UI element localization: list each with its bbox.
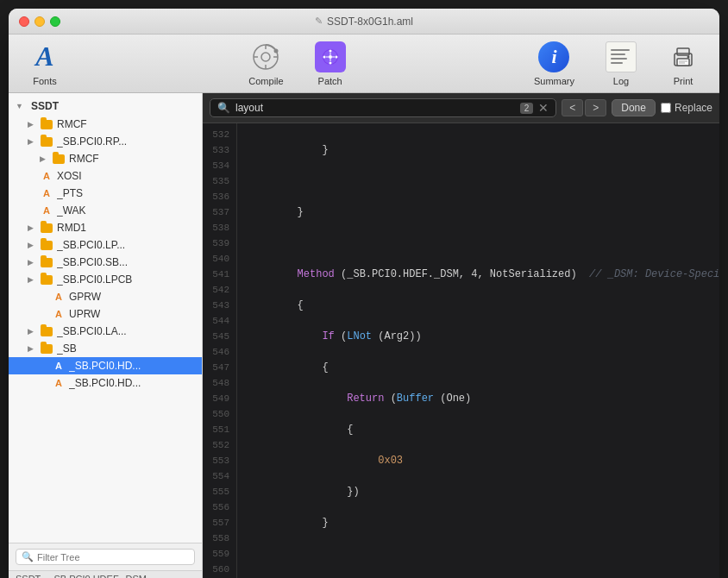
fonts-label: Fonts [33, 76, 57, 86]
folder-icon [40, 342, 53, 355]
filter-input-wrap[interactable]: 🔍 [16, 549, 195, 565]
sidebar-item-sb-lp[interactable]: ▶ _SB.PCI0.LP... [9, 236, 202, 254]
code-line: 0x03 [248, 453, 719, 468]
sidebar-item-xosi[interactable]: ▶ A XOSI [9, 167, 202, 185]
title-text: SSDT-8x0G1h.aml [327, 16, 413, 28]
toolbar: A Fonts Compile [9, 35, 719, 93]
filter-input[interactable] [37, 552, 189, 562]
sidebar-item-pts[interactable]: ▶ A _PTS [9, 185, 202, 202]
svg-point-7 [329, 61, 331, 64]
log-icon [606, 41, 637, 72]
code-line: { [248, 422, 719, 437]
compile-button[interactable]: Compile [242, 38, 290, 90]
sidebar-item-rmcf2[interactable]: ▶ RMCF [9, 150, 202, 167]
file-icon: ✎ [315, 16, 323, 27]
search-input-wrap[interactable]: 🔍 2 ✕ [210, 98, 556, 117]
search-bar: 🔍 2 ✕ < > Done Replace [203, 93, 719, 123]
code-line: Return (Buffer (One) [248, 391, 719, 406]
svg-point-1 [274, 48, 279, 53]
svg-point-9 [335, 55, 337, 58]
code-line [248, 236, 719, 251]
arrow-icon: ▶ [28, 241, 40, 249]
arrow-icon: ▶ [28, 223, 40, 232]
svg-point-2 [261, 53, 270, 61]
code-line: } [248, 142, 719, 158]
code-line: Method (_SB.PCI0.HDEF._DSM, 4, NotSerial… [248, 267, 719, 282]
arrow-icon: ▶ [28, 206, 40, 215]
replace-checkbox[interactable] [661, 103, 671, 113]
sidebar-root[interactable]: ▼ SSDT [9, 97, 202, 116]
arrow-icon: ▶ [40, 310, 52, 318]
code-editor[interactable]: 532 533 534 535 536 537 538 539 540 541 … [203, 123, 719, 578]
sidebar-item-wak[interactable]: ▶ A _WAK [9, 202, 202, 219]
replace-wrap: Replace [661, 102, 712, 114]
folder-icon [40, 117, 53, 131]
search-next-button[interactable]: > [585, 99, 606, 116]
code-line [248, 546, 719, 562]
sidebar-item-rmcf1[interactable]: ▶ RMCF [9, 116, 202, 133]
sidebar-item-sb-la[interactable]: ▶ _SB.PCI0.LA... [9, 323, 202, 340]
sidebar-item-gprw[interactable]: ▶ A GPRW [9, 288, 202, 305]
root-arrow: ▼ [16, 102, 28, 110]
summary-icon: i [538, 41, 569, 72]
sidebar-item-sb-sb[interactable]: ▶ _SB.PCI0.SB... [9, 254, 202, 271]
acpi-icon: A [52, 359, 66, 373]
code-line [248, 173, 719, 189]
log-label: Log [613, 76, 629, 86]
arrow-icon: ▶ [28, 120, 40, 129]
folder-icon [40, 221, 53, 235]
code-line: { [248, 298, 719, 313]
sidebar-item-hd1[interactable]: ▶ A _SB.PCI0.HD... [9, 357, 202, 374]
svg-rect-15 [677, 48, 689, 55]
compile-label: Compile [248, 76, 283, 86]
arrow-icon: ▶ [40, 292, 52, 301]
sidebar-tree[interactable]: ▼ SSDT ▶ RMCF ▶ _SB.PCI0.RP... ▶ [9, 93, 202, 543]
fonts-icon: A [29, 41, 60, 72]
folder-icon [52, 152, 66, 166]
summary-button[interactable]: i Summary [527, 38, 581, 90]
search-input[interactable] [235, 102, 515, 114]
arrow-icon: ▶ [28, 258, 40, 267]
code-line: If (LNot (Arg2)) [248, 329, 719, 344]
main-window: ✎ SSDT-8x0G1h.aml A Fonts [9, 9, 719, 578]
traffic-lights [19, 16, 60, 27]
fonts-button[interactable]: A Fonts [22, 38, 67, 90]
done-button[interactable]: Done [612, 99, 656, 116]
folder-icon [40, 135, 53, 148]
patch-button[interactable]: Patch [308, 38, 353, 90]
arrow-icon: ▶ [28, 172, 40, 180]
search-clear-icon[interactable]: ✕ [538, 102, 549, 114]
arrow-icon: ▶ [28, 275, 40, 284]
arrow-icon: ▶ [28, 344, 40, 353]
sidebar-item-sb-pcio-rp[interactable]: ▶ _SB.PCI0.RP... [9, 133, 202, 150]
sidebar-item-uprw[interactable]: ▶ A UPRW [9, 305, 202, 323]
arrow-icon: ▶ [28, 327, 40, 336]
code-content: } } Method (_SB.PCI0.HDEF._DSM, 4, NotSe… [237, 123, 719, 578]
svg-point-8 [323, 55, 325, 58]
print-icon [668, 41, 699, 72]
sidebar: ▼ SSDT ▶ RMCF ▶ _SB.PCI0.RP... ▶ [9, 93, 203, 578]
acpi-icon: A [40, 169, 53, 183]
sidebar-item-hd2[interactable]: ▶ A _SB.PCI0.HD... [9, 374, 202, 392]
code-area: 🔍 2 ✕ < > Done Replace 532 [203, 93, 719, 578]
sidebar-item-sb[interactable]: ▶ _SB [9, 340, 202, 357]
window-title: ✎ SSDT-8x0G1h.aml [315, 16, 413, 28]
log-button[interactable]: Log [599, 38, 643, 90]
summary-label: Summary [534, 76, 574, 86]
code-line: } [248, 515, 719, 531]
print-label: Print [674, 76, 693, 86]
print-button[interactable]: Print [661, 38, 706, 90]
svg-point-5 [329, 55, 332, 59]
search-prev-button[interactable]: < [562, 99, 583, 116]
close-button[interactable] [19, 16, 29, 27]
acpi-icon: A [52, 376, 66, 390]
line-numbers: 532 533 534 535 536 537 538 539 540 541 … [203, 123, 237, 578]
maximize-button[interactable] [50, 16, 60, 27]
search-count: 2 [520, 103, 534, 114]
sidebar-item-sb-lpcb[interactable]: ▶ _SB.PCI0.LPCB [9, 271, 202, 288]
compile-icon [250, 41, 281, 72]
titlebar: ✎ SSDT-8x0G1h.aml [9, 9, 719, 35]
code-line: } [248, 204, 719, 220]
minimize-button[interactable] [35, 16, 45, 27]
sidebar-item-rmd1[interactable]: ▶ RMD1 [9, 219, 202, 236]
